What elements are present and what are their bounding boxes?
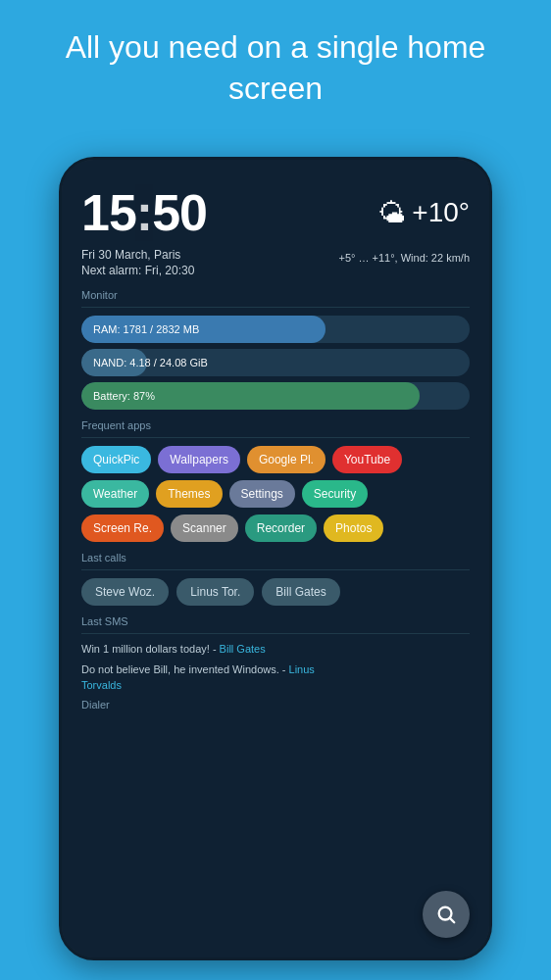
clock-hours: 15 [81,184,136,241]
clock-colon: : [136,184,152,241]
header-text: All you need on a single home screen [0,0,551,128]
clock-minutes: 50 [152,184,207,241]
app-quickpic[interactable]: QuickPic [81,446,151,473]
search-fab[interactable] [423,891,470,938]
frequent-apps-label: Frequent apps [81,419,470,431]
nand-text: NAND: 4.18 / 24.08 GiB [93,357,208,368]
apps-row-3: Screen Re. Scanner Recorder Photos [81,514,470,542]
nand-bar: NAND: 4.18 / 24.08 GiB [81,349,470,376]
clock-display: 15:50 [81,183,207,242]
app-photos[interactable]: Photos [324,514,383,542]
app-youtube[interactable]: YouTube [332,446,402,473]
app-recorder[interactable]: Recorder [245,514,317,542]
apps-row-1: QuickPic Wallpapers Google Pl. YouTube [81,446,470,473]
weather-detail: +5° … +11°, Wind: 22 km/h [338,252,470,264]
frequent-apps-section: Frequent apps QuickPic Wallpapers Google… [81,419,470,542]
last-sms-section: Last SMS Win 1 million dollars today! - … [81,615,470,693]
app-googlepl[interactable]: Google Pl. [247,446,326,473]
apps-row-2: Weather Themes Settings Security [81,480,470,508]
date-display: Fri 30 March, Paris [81,248,194,262]
app-screenre[interactable]: Screen Re. [81,514,164,542]
app-scanner[interactable]: Scanner [171,514,238,542]
sms-text-2: Do not believe Bill, he invented Windows… [81,663,289,675]
svg-line-1 [450,918,454,922]
sms-item-1: Win 1 million dollars today! - Bill Gate… [81,642,470,657]
sms-text-1: Win 1 million dollars today! - [81,643,220,655]
last-calls-label: Last calls [81,552,470,564]
battery-bar: Battery: 87% [81,382,470,410]
weather-widget: 🌤 +10° [378,197,470,229]
last-sms-label: Last SMS [81,615,470,627]
weather-icon: 🌤 [378,197,406,229]
app-security[interactable]: Security [302,480,368,508]
search-icon [435,904,457,925]
contact-bill[interactable]: Bill Gates [262,578,339,606]
ram-text: RAM: 1781 / 2832 MB [93,323,199,335]
contact-linus[interactable]: Linus Tor. [176,578,254,606]
weather-temperature: +10° [412,197,470,228]
monitor-section: Monitor RAM: 1781 / 2832 MB NAND: 4.18 /… [81,289,470,410]
ram-bar: RAM: 1781 / 2832 MB [81,316,470,343]
app-settings[interactable]: Settings [229,480,295,508]
monitor-label: Monitor [81,289,470,301]
contacts-row: Steve Woz. Linus Tor. Bill Gates [81,578,470,606]
app-wallpapers[interactable]: Wallpapers [158,446,240,473]
battery-text: Battery: 87% [93,390,155,402]
app-weather[interactable]: Weather [81,480,149,508]
last-calls-section: Last calls Steve Woz. Linus Tor. Bill Ga… [81,552,470,606]
dialer-label: Dialer [81,699,470,710]
sms-item-2: Do not believe Bill, he invented Windows… [81,662,470,693]
phone-container: 15:50 🌤 +10° Fri 30 March, Paris Next al… [59,157,492,960]
contact-steve[interactable]: Steve Woz. [81,578,169,606]
alarm-display: Next alarm: Fri, 20:30 [81,264,194,277]
app-themes[interactable]: Themes [156,480,222,508]
phone-screen: 15:50 🌤 +10° Fri 30 March, Paris Next al… [62,160,489,957]
sms-sender-1[interactable]: Bill Gates [220,643,266,655]
